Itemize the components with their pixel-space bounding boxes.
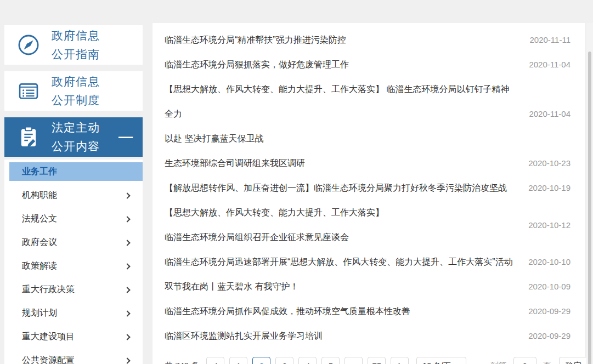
news-title-link[interactable]: 【思想大解放、作风大转变、能力大提升、工作大落实】 临淄生态环境分局组织召开企业… bbox=[165, 200, 516, 249]
submenu-item-label: 政府会议 bbox=[22, 237, 57, 248]
compass-icon bbox=[16, 33, 41, 57]
news-date: 2020-10-19 bbox=[516, 183, 571, 192]
news-title-link[interactable]: 临淄生态环境分局迅速部署开展“思想大解放、作风大转变、能力大提升、工作大落实”活… bbox=[165, 249, 516, 274]
submenu-item-label: 规划计划 bbox=[22, 308, 57, 319]
pagination-prev-button[interactable] bbox=[206, 357, 224, 364]
news-date: 2020-10-10 bbox=[516, 257, 571, 266]
sidebar-item-label: 法定主动 公开内容 bbox=[52, 118, 100, 156]
submenu-item-label: 法规公文 bbox=[22, 213, 57, 225]
sidebar: 政府信息 公开指南 政府信息 公开制度 bbox=[4, 25, 143, 364]
pagination-page-label: 5 bbox=[329, 361, 333, 364]
pagination-page-button[interactable]: 4 bbox=[298, 357, 317, 364]
chevron-right-icon bbox=[124, 334, 130, 340]
sidebar-item-disclosure-system[interactable]: 政府信息 公开制度 bbox=[4, 71, 143, 111]
scrollbar-track[interactable] bbox=[586, 23, 593, 364]
news-date: 2020-09-29 bbox=[516, 306, 571, 316]
submenu-item[interactable]: 政府会议 bbox=[4, 231, 143, 254]
pagination-page-label: 4 bbox=[306, 361, 310, 364]
news-row: 临淄生态环境分局“精准帮扶”强力推进污染防控 2020-11-11 bbox=[165, 27, 571, 52]
page: 政府信息 公开指南 政府信息 公开制度 bbox=[0, 0, 593, 364]
submenu-item[interactable]: 规划计划 bbox=[4, 302, 143, 325]
news-title-link[interactable]: 临淄生态环境分局狠抓落实，做好危废管理工作 bbox=[165, 52, 516, 77]
goto-prefix-label: 到第 bbox=[490, 361, 507, 364]
chevron-right-icon bbox=[124, 310, 130, 316]
goto-suffix-label: 页 bbox=[543, 361, 551, 364]
submenu-item[interactable]: 业务工作 bbox=[9, 162, 143, 181]
news-row: 临淄生态环境分局抓作风促成效，推动环境空气质量根本性改善 2020-09-29 bbox=[165, 299, 571, 323]
pagination-page-label: 2 bbox=[259, 361, 264, 364]
page-size-label: 10 条/页 bbox=[422, 361, 450, 364]
pagination-page-label: 75 bbox=[372, 361, 382, 364]
chevron-right-icon bbox=[124, 192, 130, 198]
confirm-button[interactable]: 确定 bbox=[559, 357, 589, 364]
sidebar-submenu: 业务工作 机构职能 法规公文 政府会议 bbox=[4, 160, 143, 364]
news-row: 生态环境部综合司调研组来我区调研 2020-10-23 bbox=[165, 151, 571, 175]
news-title-link[interactable]: 临淄生态环境分局抓作风促成效，推动环境空气质量根本性改善 bbox=[165, 299, 516, 323]
collapse-minus-icon[interactable]: — bbox=[118, 134, 133, 139]
chevron-right-icon bbox=[124, 216, 130, 222]
clipboard-pencil-icon bbox=[16, 125, 41, 149]
submenu-item[interactable]: 重大行政决策 bbox=[4, 278, 143, 302]
news-row: 双节我在岗丨蓝天碧水 有我守护！ 2020-10-09 bbox=[165, 274, 571, 299]
news-title-link[interactable]: 【思想大解放、作风大转变、能力大提升、工作大落实】 临淄生态环境分局以钉钉子精神… bbox=[165, 77, 516, 151]
news-panel: 临淄生态环境分局“精准帮扶”强力推进污染防控 2020-11-11 临淄生态环境… bbox=[153, 23, 585, 364]
page-size-select[interactable]: 10 条/页 ▼ bbox=[416, 357, 466, 364]
news-date: 2020-10-23 bbox=[516, 158, 571, 168]
submenu-item[interactable]: 公共资源配置 bbox=[4, 349, 143, 364]
submenu-item[interactable]: 政策解读 bbox=[4, 254, 143, 278]
news-date: 2020-11-04 bbox=[516, 109, 571, 118]
pagination-page-button[interactable]: 2 bbox=[252, 357, 270, 364]
pagination-bar: 共 749 条 1 2 3 4 bbox=[165, 357, 571, 364]
sidebar-item-label: 政府信息 公开制度 bbox=[52, 72, 100, 110]
news-title-link[interactable]: 临淄生态环境分局“精准帮扶”强力推进污染防控 bbox=[165, 27, 516, 52]
submenu-item-label: 公共资源配置 bbox=[22, 355, 75, 364]
pagination-page-label: 1 bbox=[236, 361, 241, 364]
pagination-page-label: 3 bbox=[283, 361, 287, 364]
pagination-page-button[interactable]: 3 bbox=[275, 357, 293, 364]
chevron-right-icon bbox=[124, 287, 130, 293]
news-title-link[interactable]: 临淄区环境监测站扎实开展业务学习培训 bbox=[165, 323, 516, 348]
news-row: 临淄区环境监测站扎实开展业务学习培训 2020-09-29 bbox=[165, 323, 571, 348]
sidebar-item-label: 政府信息 公开指南 bbox=[52, 26, 100, 64]
submenu-item-label: 业务工作 bbox=[22, 166, 57, 178]
sidebar-item-disclosure-guide[interactable]: 政府信息 公开指南 bbox=[4, 25, 143, 65]
news-title-link[interactable]: 【解放思想转作风、加压奋进创一流】临淄生态环境分局聚力打好秋冬季污染防治攻坚战 bbox=[165, 175, 516, 200]
sidebar-item-statutory-disclosure[interactable]: 法定主动 公开内容 — bbox=[4, 117, 143, 157]
pagination-next-button[interactable] bbox=[391, 357, 409, 364]
news-row: 【思想大解放、作风大转变、能力大提升、工作大落实】 临淄生态环境分局以钉钉子精神… bbox=[165, 77, 571, 151]
news-title-link[interactable]: 生态环境部综合司调研组来我区调研 bbox=[165, 151, 516, 175]
goto-page-group: 到第 页 确定 bbox=[490, 357, 589, 364]
news-row: 【解放思想转作风、加压奋进创一流】临淄生态环境分局聚力打好秋冬季污染防治攻坚战 … bbox=[165, 175, 571, 200]
news-date: 2020-10-12 bbox=[516, 220, 571, 230]
submenu-item-label: 机构职能 bbox=[22, 190, 57, 201]
submenu-item-label: 重大建设项目 bbox=[22, 331, 75, 343]
pagination-page-button[interactable]: 1 bbox=[229, 357, 247, 364]
goto-page-input[interactable] bbox=[513, 357, 536, 364]
submenu-item-label: 重大行政决策 bbox=[22, 284, 75, 295]
submenu-item[interactable]: 重大建设项目 bbox=[4, 325, 143, 349]
pagination-page-button[interactable]: ... bbox=[344, 357, 363, 364]
scrollbar-thumb[interactable] bbox=[588, 52, 591, 364]
news-title-link[interactable]: 双节我在岗丨蓝天碧水 有我守护！ bbox=[165, 274, 516, 299]
news-date: 2020-11-04 bbox=[516, 60, 571, 69]
document-list-icon bbox=[16, 79, 41, 103]
submenu-item[interactable]: 机构职能 bbox=[4, 184, 143, 207]
chevron-right-icon bbox=[124, 357, 130, 363]
news-date: 2020-11-11 bbox=[516, 35, 571, 44]
news-date: 2020-10-09 bbox=[516, 282, 571, 291]
submenu-item-label: 政策解读 bbox=[22, 260, 57, 272]
submenu-item[interactable]: 法规公文 bbox=[4, 207, 143, 231]
pagination-page-button[interactable]: 75 bbox=[368, 357, 386, 364]
chevron-right-icon bbox=[124, 263, 130, 269]
news-list: 临淄生态环境分局“精准帮扶”强力推进污染防控 2020-11-11 临淄生态环境… bbox=[165, 27, 571, 348]
news-date: 2020-09-29 bbox=[516, 331, 571, 340]
pagination-page-button[interactable]: 5 bbox=[321, 357, 340, 364]
total-count-label: 共 749 条 bbox=[165, 361, 199, 364]
news-row: 临淄生态环境分局迅速部署开展“思想大解放、作风大转变、能力大提升、工作大落实”活… bbox=[165, 249, 571, 274]
news-row: 【思想大解放、作风大转变、能力大提升、工作大落实】 临淄生态环境分局组织召开企业… bbox=[165, 200, 571, 249]
pagination-page-label: ... bbox=[349, 361, 358, 364]
chevron-right-icon bbox=[124, 240, 130, 246]
news-row: 临淄生态环境分局狠抓落实，做好危废管理工作 2020-11-04 bbox=[165, 52, 571, 77]
